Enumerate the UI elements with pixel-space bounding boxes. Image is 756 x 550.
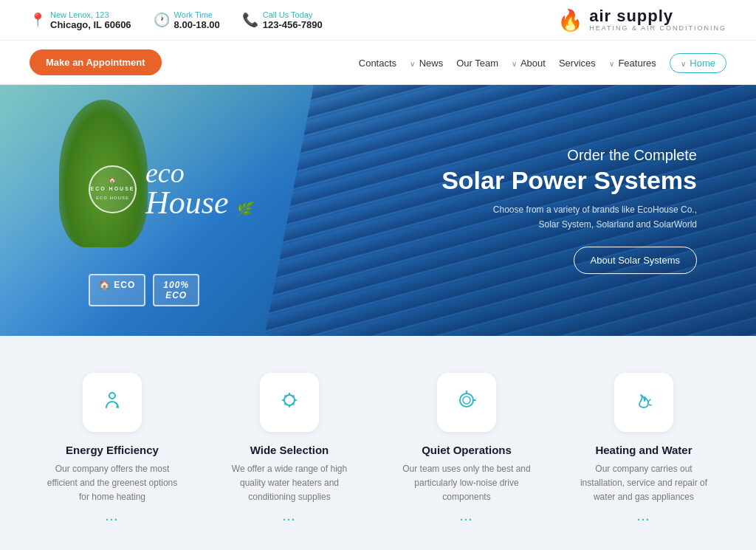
- wide-selection-icon-wrap: [260, 373, 319, 432]
- location-icon: 📍: [30, 12, 46, 28]
- nav-item-about[interactable]: ∨ About: [512, 56, 546, 69]
- quiet-operations-icon: [455, 388, 478, 417]
- wide-selection-icon: [278, 388, 301, 417]
- quiet-operations-icon-wrap: [437, 373, 496, 432]
- nav-link-news[interactable]: ∨ News: [410, 58, 443, 69]
- nav-item-news[interactable]: ∨ News: [410, 56, 443, 69]
- energy-efficiency-desc: Our company offers the most efficient an…: [46, 462, 179, 505]
- wide-selection-more[interactable]: ...: [283, 511, 296, 523]
- chevron-down-icon: ∨: [410, 60, 415, 68]
- phone-value: 123-456-7890: [263, 19, 323, 30]
- clock-icon: 🕐: [154, 12, 170, 28]
- eco-100-tag: 100%ECO: [153, 274, 199, 306]
- eco-circle-badge: 🏠ECO HOUSEECO HOUSE: [89, 165, 137, 213]
- svg-point-0: [109, 393, 115, 399]
- address-text: New Lenox, 123 Chicago, IL 60606: [50, 10, 131, 30]
- wide-selection-desc: We offer a wide range of high quality wa…: [223, 462, 356, 505]
- svg-point-3: [463, 396, 470, 404]
- worktime-text: Work Time 8.00-18.00: [174, 10, 220, 30]
- nav-link-features[interactable]: ∨ Features: [609, 58, 656, 69]
- chevron-down-icon: ∨: [681, 60, 686, 68]
- hero-description: Choose from a variety of brands like Eco…: [441, 204, 697, 232]
- nav-link-home[interactable]: ∨ Home: [670, 53, 726, 73]
- phone-label: Call Us Today: [263, 10, 323, 19]
- svg-point-2: [460, 393, 473, 407]
- phone-icon: 📞: [242, 12, 258, 28]
- heating-water-more[interactable]: ...: [637, 511, 650, 523]
- nav-item-services[interactable]: Services: [559, 56, 596, 69]
- address-info: 📍 New Lenox, 123 Chicago, IL 60606: [30, 10, 131, 30]
- hero-subtitle: Order the Complete: [441, 147, 697, 164]
- brand-tagline: HEATING & AIR CONDITIONING: [589, 25, 726, 32]
- nav-links: Contacts ∨ News Our Team ∨ About Service…: [359, 56, 726, 69]
- top-bar: 📍 New Lenox, 123 Chicago, IL 60606 🕐 Wor…: [0, 0, 756, 41]
- chevron-down-icon: ∨: [512, 60, 517, 68]
- feature-wide-selection: Wide Selection We offer a wide range of …: [223, 373, 356, 523]
- nav-link-contacts[interactable]: Contacts: [359, 58, 396, 69]
- worktime-label: Work Time: [174, 10, 220, 19]
- hero-cta-button[interactable]: About Solar Systems: [574, 247, 697, 274]
- heating-water-title: Heating and Water: [595, 444, 692, 456]
- feature-heating-water: Heating and Water Our company carries ou…: [577, 373, 710, 523]
- hero-section: 🏠ECO HOUSEECO HOUSE eco House 🌿 🏠 ECO 10…: [0, 85, 756, 336]
- quiet-operations-title: Quiet Operations: [422, 444, 512, 456]
- logo-flame-icon: 🔥: [557, 8, 583, 32]
- logo: 🔥 air supply HEATING & AIR CONDITIONING: [557, 7, 726, 32]
- nav-item-contacts[interactable]: Contacts: [359, 56, 396, 69]
- feature-quiet-operations: Quiet Operations Our team uses only the …: [400, 373, 533, 523]
- top-info-group: 📍 New Lenox, 123 Chicago, IL 60606 🕐 Wor…: [30, 10, 323, 30]
- address-label: New Lenox, 123: [50, 10, 131, 19]
- chevron-down-icon: ∨: [609, 60, 614, 68]
- hero-eco-tags: 🏠 ECO 100%ECO: [89, 274, 199, 306]
- worktime-info: 🕐 Work Time 8.00-18.00: [154, 10, 220, 30]
- eco-badge-text: 🏠ECO HOUSEECO HOUSE: [90, 176, 134, 202]
- worktime-value: 8.00-18.00: [174, 19, 220, 30]
- appointment-button[interactable]: Make an Appointment: [30, 49, 162, 75]
- heating-water-icon: [632, 388, 656, 417]
- eco-house-icon: 🏠: [99, 280, 111, 290]
- eco-100-text: 100%ECO: [163, 280, 189, 300]
- hero-title: Solar Power Systems: [441, 167, 697, 194]
- nav-link-about[interactable]: ∨ About: [512, 58, 546, 69]
- nav-item-ourteam[interactable]: Our Team: [456, 56, 498, 69]
- energy-efficiency-title: Energy Efficiency: [66, 444, 159, 456]
- address-value: Chicago, IL 60606: [50, 19, 131, 30]
- brand-name: air supply: [589, 7, 726, 25]
- hero-left-content: 🏠ECO HOUSEECO HOUSE eco House 🌿: [89, 159, 252, 219]
- feature-energy-efficiency: Energy Efficiency Our company offers the…: [46, 373, 179, 523]
- logo-text-group: air supply HEATING & AIR CONDITIONING: [589, 7, 726, 32]
- quiet-operations-desc: Our team uses only the best and particul…: [400, 462, 533, 505]
- nav-link-services[interactable]: Services: [559, 58, 596, 69]
- heating-water-desc: Our company carries out installation, se…: [577, 462, 710, 505]
- hero-right-content: Order the Complete Solar Power Systems C…: [441, 147, 697, 274]
- eco-tag: 🏠 ECO: [89, 274, 145, 306]
- nav-item-features[interactable]: ∨ Features: [609, 56, 656, 69]
- phone-info: 📞 Call Us Today 123-456-7890: [242, 10, 323, 30]
- energy-efficiency-icon-wrap: [83, 373, 142, 432]
- nav-link-ourteam[interactable]: Our Team: [456, 58, 498, 69]
- quiet-operations-more[interactable]: ...: [460, 511, 473, 523]
- heating-water-icon-wrap: [614, 373, 673, 432]
- nav-item-home[interactable]: ∨ Home: [670, 56, 726, 69]
- eco-house-script: eco House 🌿: [145, 159, 252, 219]
- energy-efficiency-more[interactable]: ...: [106, 511, 119, 523]
- phone-text: Call Us Today 123-456-7890: [263, 10, 323, 30]
- energy-efficiency-icon: [100, 388, 124, 417]
- features-section: Energy Efficiency Our company offers the…: [0, 336, 756, 550]
- wide-selection-title: Wide Selection: [250, 444, 329, 456]
- eco-label: ECO: [114, 280, 135, 290]
- nav-bar: Make an Appointment Contacts ∨ News Our …: [0, 41, 756, 85]
